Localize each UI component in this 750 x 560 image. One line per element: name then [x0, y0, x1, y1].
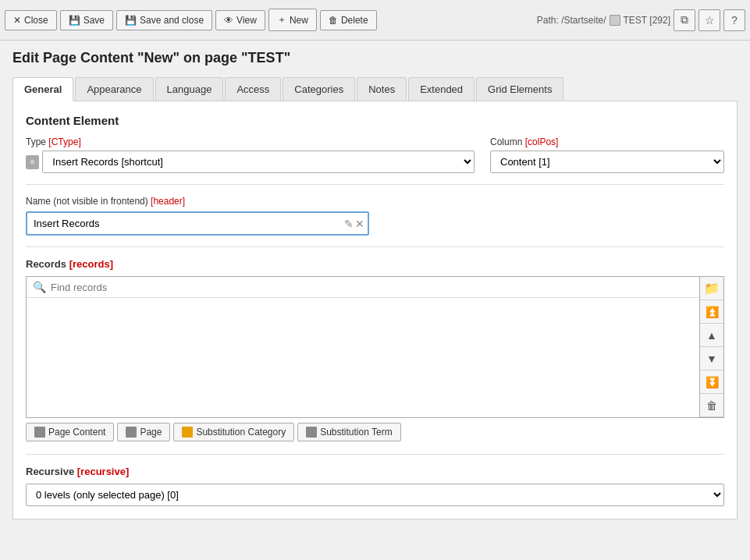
type-label: Type [CType]: [26, 136, 475, 147]
page-content-icon: [34, 427, 45, 438]
delete-label: Delete: [341, 15, 368, 26]
substitution-term-label: Substitution Term: [320, 427, 393, 438]
view-icon: 👁: [224, 15, 233, 26]
delete-button[interactable]: 🗑 Delete: [320, 10, 377, 30]
tabs: General Appearance Language Access Categ…: [12, 77, 738, 101]
records-label: Records [records]: [26, 258, 724, 270]
close-button[interactable]: ✕ Close: [5, 10, 57, 30]
save-close-button[interactable]: 💾 Save and close: [116, 10, 212, 30]
column-select[interactable]: Content [1]: [490, 151, 724, 173]
record-type-substitution-term[interactable]: Substitution Term: [297, 423, 401, 441]
save-close-icon: 💾: [125, 15, 137, 26]
view-label: View: [236, 15, 257, 26]
record-type-tabs: Page Content Page Substitution Category …: [26, 423, 724, 441]
type-field-group: Type [CType] ≡ Insert Records [shortcut]: [26, 136, 475, 173]
name-field-wrapper: ✎ ✕: [26, 211, 369, 236]
search-icon: 🔍: [33, 281, 46, 293]
records-list-body: [27, 298, 699, 392]
page-title: Edit Page Content "New" on page "TEST": [12, 50, 738, 66]
name-field-icons: ✎ ✕: [341, 218, 368, 230]
records-area: 🔍 📁 ⏫ ▲ ▼ ⏬ 🗑: [26, 276, 724, 418]
record-type-substitution-category[interactable]: Substitution Category: [173, 423, 294, 441]
records-list-wrapper: 🔍: [26, 276, 699, 418]
substitution-term-icon: [306, 427, 317, 438]
divider-1: [26, 184, 724, 185]
save-icon: 💾: [69, 15, 80, 26]
tab-extended[interactable]: Extended: [408, 77, 475, 101]
path-info: Path: /Startseite/ TEST [292]: [537, 15, 670, 26]
save-label: Save: [84, 15, 105, 26]
page-icon: [610, 15, 620, 26]
page-name: TEST [292]: [624, 15, 670, 26]
help-button[interactable]: ?: [723, 9, 745, 31]
delete-icon: 🗑: [329, 15, 338, 26]
substitution-category-icon: [182, 427, 193, 438]
tab-panel-general: Content Element Type [CType] ≡ Insert Re…: [12, 101, 738, 519]
tab-notes[interactable]: Notes: [357, 77, 407, 101]
move-up-button[interactable]: ▲: [700, 324, 723, 347]
recursive-section: Recursive [recursive] 0 levels (only sel…: [26, 454, 724, 506]
records-search-input[interactable]: [51, 282, 693, 293]
close-icon: ✕: [13, 15, 21, 26]
tab-language[interactable]: Language: [155, 77, 224, 101]
type-select[interactable]: Insert Records [shortcut]: [42, 151, 475, 173]
tab-grid-elements[interactable]: Grid Elements: [476, 77, 563, 101]
record-type-page-content[interactable]: Page Content: [26, 423, 114, 441]
tab-appearance[interactable]: Appearance: [75, 77, 153, 101]
divider-2: [26, 246, 724, 247]
new-icon: ＋: [277, 13, 286, 27]
substitution-category-label: Substitution Category: [196, 427, 286, 438]
name-input[interactable]: [27, 213, 341, 234]
tab-general[interactable]: General: [12, 77, 73, 101]
top-bar: ✕ Close 💾 Save 💾 Save and close 👁 View ＋…: [0, 0, 750, 41]
records-sidebar: 📁 ⏫ ▲ ▼ ⏬ 🗑: [699, 276, 724, 418]
delete-record-button[interactable]: 🗑: [700, 394, 723, 417]
record-type-page[interactable]: Page: [117, 423, 170, 441]
new-button[interactable]: ＋ New: [268, 9, 317, 31]
save-button[interactable]: 💾 Save: [60, 10, 113, 30]
move-down-button[interactable]: ▼: [700, 347, 723, 370]
name-field-clear-icon[interactable]: ✕: [355, 218, 364, 230]
records-section: Records [records] 🔍 📁 ⏫ ▲ ▼ ⏬ 🗑: [26, 258, 724, 441]
type-column-row: Type [CType] ≡ Insert Records [shortcut]…: [26, 136, 724, 173]
page-label: Page: [140, 427, 162, 438]
main-content: Edit Page Content "New" on page "TEST" G…: [0, 41, 750, 529]
column-field-group: Column [colPos] Content [1]: [490, 136, 724, 173]
bookmark-button[interactable]: ☆: [698, 9, 720, 31]
column-label: Column [colPos]: [490, 136, 724, 147]
move-bottom-button[interactable]: ⏬: [700, 370, 723, 394]
page-content-label: Page Content: [48, 427, 105, 438]
recursive-select[interactable]: 0 levels (only selected page) [0] 1 leve…: [26, 484, 724, 506]
name-label: Name (not visible in frontend) [header]: [26, 196, 724, 207]
path-text: Path: /Startseite/: [537, 15, 606, 26]
top-bar-right: Path: /Startseite/ TEST [292] ⧉ ☆ ?: [537, 9, 745, 31]
recursive-label: Recursive [recursive]: [26, 466, 724, 477]
records-search: 🔍: [27, 277, 699, 298]
name-field-section: Name (not visible in frontend) [header] …: [26, 196, 724, 236]
tab-access[interactable]: Access: [225, 77, 281, 101]
tab-categories[interactable]: Categories: [283, 77, 355, 101]
move-top-button[interactable]: ⏫: [700, 300, 723, 324]
type-icon: ≡: [26, 155, 39, 169]
view-button[interactable]: 👁 View: [215, 10, 265, 30]
folder-button[interactable]: 📁: [700, 277, 723, 300]
close-label: Close: [24, 15, 48, 26]
content-element-title: Content Element: [26, 114, 724, 127]
page-icon-tab: [126, 427, 137, 438]
external-link-button[interactable]: ⧉: [674, 9, 695, 31]
name-field-edit-icon[interactable]: ✎: [344, 218, 354, 230]
type-select-wrapper: ≡ Insert Records [shortcut]: [26, 151, 475, 173]
new-label: New: [290, 15, 308, 26]
save-close-label: Save and close: [140, 15, 204, 26]
